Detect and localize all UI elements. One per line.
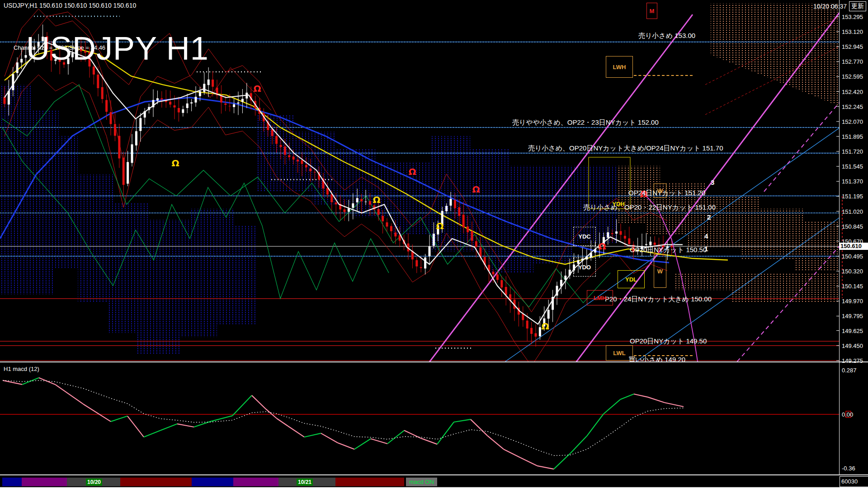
macd-line <box>387 431 404 444</box>
level-annotation: 売り小さめ 153.00 <box>638 32 695 40</box>
session-segment <box>22 478 67 486</box>
macd-line <box>252 395 266 409</box>
macd-line <box>55 385 83 404</box>
macd-line <box>437 422 454 444</box>
macd-axis-top: 0.287 <box>842 367 857 374</box>
macd-line <box>177 424 194 427</box>
macd-line <box>471 419 487 436</box>
session-marker-ydc: YDC <box>573 227 596 246</box>
macd-line <box>537 466 554 469</box>
channel-info: Channel size = 1703 Slope = 34.46 <box>14 44 105 51</box>
macd-line <box>144 431 160 437</box>
trading-terminal: ΩΩΩΩΩΩΩΩΩ USDJPY,H1 150.610 150.610 150.… <box>0 0 868 488</box>
macd-line <box>648 397 665 403</box>
current-price-badge: 150.610 <box>840 243 868 250</box>
macd-line <box>277 418 288 426</box>
wave-count-number: 4 <box>704 232 708 240</box>
macd-line <box>404 431 421 438</box>
level-annotation: 売り小さめ、OP20・22日NYカット 151.00 <box>583 203 716 212</box>
level-annotation: 売り小さめ、OP20日NYカット大きめ/OP24日NYカット 151.70 <box>528 144 723 153</box>
macd-line <box>634 394 648 397</box>
session-segment <box>335 478 404 486</box>
updated-time: 10/20 06:37 <box>813 3 847 10</box>
wave-count-number: 3 <box>711 178 714 186</box>
macd-line <box>620 394 634 399</box>
macd-line <box>266 409 277 418</box>
level-annotation: OP24日NYカット 151.20 <box>628 189 705 197</box>
macd-line <box>83 404 111 422</box>
level-annotation: OP20日NYカット 150.50 <box>630 246 707 254</box>
macd-line <box>321 433 338 443</box>
macd-line <box>665 403 684 407</box>
session-segment <box>120 478 192 486</box>
macd-line <box>587 414 604 436</box>
date-label: 10/21 <box>297 479 313 486</box>
session-marker-ydl: YDL <box>618 270 645 288</box>
macd-line <box>520 458 537 466</box>
macd-line <box>304 433 321 437</box>
macd-line <box>127 416 144 437</box>
date-label: 10/20 <box>86 479 102 486</box>
session-segment <box>2 478 22 486</box>
wave-count-number: 2 <box>707 213 711 221</box>
pane-separator[interactable] <box>0 474 868 475</box>
macd-line <box>371 439 387 444</box>
macd-line <box>604 399 620 414</box>
macd-axis-bottom: -0.36 <box>842 465 855 472</box>
session-marker-lwl: LWL <box>606 345 633 361</box>
level-annotation: OP20日NYカット 149.50 <box>630 337 707 346</box>
session-marker-m: M <box>646 3 657 19</box>
wave-count-number: 1 <box>704 245 708 253</box>
level-annotation: 買い小さめ 149.20 <box>628 356 685 362</box>
macd-line <box>454 419 471 422</box>
macd-line <box>487 436 504 449</box>
marker-dash-line <box>634 75 693 76</box>
macd-line <box>3 380 22 385</box>
session-marker-lwh: LWH <box>606 56 633 78</box>
tick-counter: 60030 <box>840 476 868 487</box>
macd-line <box>570 436 587 454</box>
macd-line <box>39 378 55 385</box>
macd-line <box>354 439 371 449</box>
session-marker-w: W <box>654 254 666 288</box>
symbol-info: USDJPY,H1 150.610 150.610 150.610 150.61… <box>4 2 136 9</box>
session-marker-ydh: YDH <box>609 199 627 209</box>
marker-dash-line <box>634 355 693 356</box>
update-button[interactable]: 更新 <box>849 1 866 11</box>
macd-line <box>160 424 177 431</box>
macd-line <box>504 449 520 458</box>
macd-line <box>111 416 127 422</box>
macd-line <box>338 443 354 449</box>
level-annotation: P20・24日NYカット大きめ 150.00 <box>605 295 712 304</box>
macd-line <box>554 454 570 469</box>
macd-pane-label: H1 macd (12) <box>4 366 39 372</box>
pane-separator[interactable] <box>0 361 868 362</box>
session-marker-ydo: YDO <box>573 258 596 277</box>
macd-line <box>232 395 252 416</box>
session-marker-w: W <box>654 183 666 198</box>
macd-toggle-button[interactable]: macd ON <box>406 478 437 486</box>
macd-line <box>288 426 304 437</box>
macd-layer <box>0 378 839 469</box>
session-segment <box>233 478 278 486</box>
level-annotation: 売りやや小さめ、OP22・23日NYカット 152.00 <box>512 118 659 127</box>
session-segment <box>192 478 233 486</box>
macd-axis-zero: 0.00 <box>842 411 853 418</box>
session-marker-lmh: LMH <box>587 290 613 305</box>
